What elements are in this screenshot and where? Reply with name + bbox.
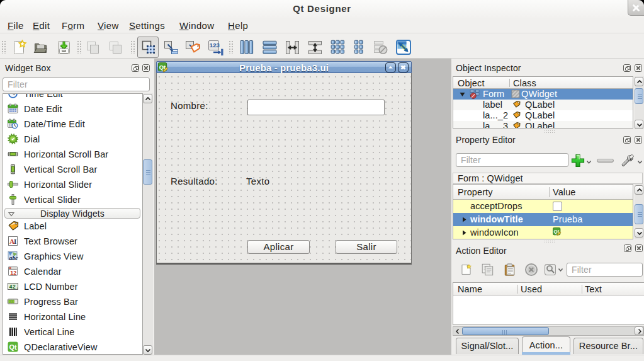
svg-text:abc: abc <box>9 255 18 261</box>
svg-text:I: I <box>14 238 16 245</box>
svg-text:123: 123 <box>210 42 220 49</box>
svg-text:12: 12 <box>10 270 16 276</box>
svg-text:42.: 42. <box>9 284 19 290</box>
svg-text:Qt: Qt <box>9 343 17 351</box>
